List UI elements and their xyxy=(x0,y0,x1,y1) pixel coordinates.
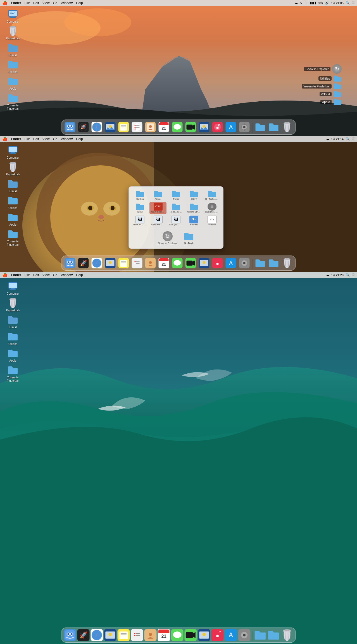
menubar-search-1[interactable]: 🔍 xyxy=(346,1,350,5)
dock-appstore-1[interactable]: A xyxy=(225,121,237,133)
dock-trash-2[interactable] xyxy=(281,257,293,269)
menu-finder-1[interactable]: Finder xyxy=(11,1,21,5)
desktop-icon-yosemite-2[interactable]: Yosemite Finderbar xyxy=(3,229,23,247)
menu-view-1[interactable]: View xyxy=(42,1,50,5)
dock-messages-3[interactable] xyxy=(171,629,184,641)
menu-help-2[interactable]: Help xyxy=(76,137,83,141)
dock-calendar-2[interactable]: 21 xyxy=(158,257,170,269)
menubar-list-2[interactable]: ☰ xyxy=(352,137,355,141)
dock-folder1-1[interactable] xyxy=(254,121,266,133)
dock-folder1-3[interactable] xyxy=(254,629,266,641)
stack-icloud[interactable]: iCloud xyxy=(320,90,342,98)
dock-folder2-3[interactable] xyxy=(268,629,280,641)
popup-configs[interactable]: Configs xyxy=(132,189,148,201)
dock-facetime-1[interactable] xyxy=(185,121,197,133)
dock-finder-3[interactable] xyxy=(64,629,76,641)
desktop-icon-utilities-3[interactable]: Utilities xyxy=(3,331,23,346)
dock-iphoto-2[interactable] xyxy=(198,257,210,269)
popup-go-back-btn[interactable]: Go Back xyxy=(182,230,196,246)
dock-reminders-1[interactable] xyxy=(131,121,143,133)
menu-edit-3[interactable]: Edit xyxy=(33,273,39,277)
menu-edit-1[interactable]: Edit xyxy=(33,1,39,5)
dock-calendar-3[interactable]: 21 xyxy=(158,629,170,641)
menubar-list-1[interactable]: ☰ xyxy=(352,1,355,5)
apple-menu-2[interactable]: 🍎 xyxy=(2,137,8,142)
menu-finder-3[interactable]: Finder xyxy=(11,273,21,277)
popup-show-explorer-btn[interactable]: ↻ Show in Explorer xyxy=(156,230,179,246)
menu-help-3[interactable]: Help xyxy=(76,273,83,277)
dock-photo-2[interactable] xyxy=(104,257,116,269)
popup-osx[interactable]: OSX OSX_boot_by_u_foka xyxy=(149,202,166,214)
desktop-icon-apple-1[interactable]: Apple xyxy=(3,76,23,90)
stack-apple[interactable]: Apple xyxy=(320,98,342,106)
popup-readme[interactable]: TXT Readme xyxy=(204,215,220,227)
stack-utilities[interactable]: Utilities xyxy=(318,75,342,82)
desktop-icon-utilities-2[interactable]: Utilities xyxy=(3,195,23,210)
dock-trash-1[interactable] xyxy=(281,121,293,133)
desktop-icon-icloud-2[interactable]: iCloud xyxy=(3,178,23,193)
popup-hitech[interactable]: Hi_Tech...nluca75 xyxy=(204,189,220,201)
dock-finder-1[interactable] xyxy=(64,121,76,133)
desktop-icon-apple-3[interactable]: Apple xyxy=(3,348,23,362)
dock-itunes-2[interactable] xyxy=(211,257,224,269)
desktop-icon-computer-3[interactable]: Computer xyxy=(3,281,23,295)
dock-facetime-2[interactable] xyxy=(185,257,197,269)
stack-show-in-explorer[interactable]: Show in Explorer ↻ xyxy=(304,64,342,74)
popup-gdi[interactable]: GDI++ xyxy=(185,189,202,201)
menu-help-1[interactable]: Help xyxy=(76,1,83,5)
apple-menu-3[interactable]: 🍎 xyxy=(2,273,8,278)
dock-prefs-1[interactable] xyxy=(238,121,251,133)
dock-reminders-3[interactable] xyxy=(131,629,143,641)
desktop-icon-yosemite-1[interactable]: Yosemite Finderbar xyxy=(3,93,23,111)
dock-finder-2[interactable] xyxy=(64,257,76,269)
dock-safari-1[interactable] xyxy=(91,121,103,133)
dock-safari-2[interactable] xyxy=(91,257,103,269)
dock-prefs-3[interactable] xyxy=(238,629,251,641)
dock-prefs-2[interactable] xyxy=(238,257,251,269)
popup-ishut[interactable]: iShut xyxy=(132,202,148,214)
menu-go-3[interactable]: Go xyxy=(53,273,58,277)
dock-trash-3[interactable] xyxy=(281,629,293,641)
dock-launchpad-2[interactable]: 🚀 xyxy=(77,257,90,269)
dock-launchpad-1[interactable]: 🚀 xyxy=(77,121,90,133)
popup-fonts[interactable]: Fonts xyxy=(168,189,184,201)
dock-messages-2[interactable] xyxy=(171,257,184,269)
menubar-search-3[interactable]: 🔍 xyxy=(346,273,350,277)
dock-launchpad-3[interactable]: 🚀 xyxy=(77,629,90,641)
dock-notes-2[interactable] xyxy=(118,257,130,269)
dock-addressbook-2[interactable] xyxy=(144,257,157,269)
dock-itunes-1[interactable] xyxy=(211,121,224,133)
dock-facetime-3[interactable] xyxy=(185,629,197,641)
dock-folder2-2[interactable] xyxy=(268,257,280,269)
menu-go-1[interactable]: Go xyxy=(53,1,58,5)
dock-calendar-1[interactable]: 21 xyxy=(158,121,170,133)
stack-yosemite[interactable]: Yosemite Finderbar xyxy=(302,83,342,90)
dock-appstore-3[interactable]: A xyxy=(225,629,237,641)
menu-file-3[interactable]: File xyxy=(25,273,30,277)
dock-appstore-2[interactable]: A xyxy=(225,257,237,269)
dock-photo-3[interactable] xyxy=(104,629,116,641)
popup-samuniz[interactable]: samuniz...64.3_2 xyxy=(204,202,220,214)
menu-go-2[interactable]: Go xyxy=(53,137,58,141)
menu-window-1[interactable]: Window xyxy=(61,1,73,5)
menu-file-2[interactable]: File xyxy=(25,137,30,141)
popup-preview[interactable]: 👁 Preview xyxy=(185,215,202,227)
popup-bootvi[interactable]: 🖼 Boot_Vi...inapollo xyxy=(132,215,148,227)
dock-photo-1[interactable] xyxy=(104,121,116,133)
menu-window-3[interactable]: Window xyxy=(61,273,73,277)
apple-menu-1[interactable]: 🍎 xyxy=(2,1,8,6)
popup-others[interactable]: Others DP Res xyxy=(185,202,202,214)
desktop-icon-apple-2[interactable]: Apple xyxy=(3,212,23,226)
menu-finder-2[interactable]: Finder xyxy=(11,137,21,141)
menu-edit-2[interactable]: Edit xyxy=(33,137,39,141)
dock-itunes-3[interactable] xyxy=(211,629,224,641)
dock-reminders-2[interactable] xyxy=(131,257,143,269)
menu-file-1[interactable]: File xyxy=(25,1,30,5)
dock-addressbook-3[interactable] xyxy=(144,629,157,641)
desktop-icon-icloud-3[interactable]: iCloud xyxy=(3,314,23,329)
dock-notes-1[interactable] xyxy=(118,121,130,133)
menubar-list-3[interactable]: ☰ xyxy=(352,273,355,277)
desktop-icon-trash-1[interactable]: Papierkorb xyxy=(3,26,23,40)
dock-folder2-1[interactable] xyxy=(268,121,280,133)
dock-notes-3[interactable] xyxy=(118,629,130,641)
